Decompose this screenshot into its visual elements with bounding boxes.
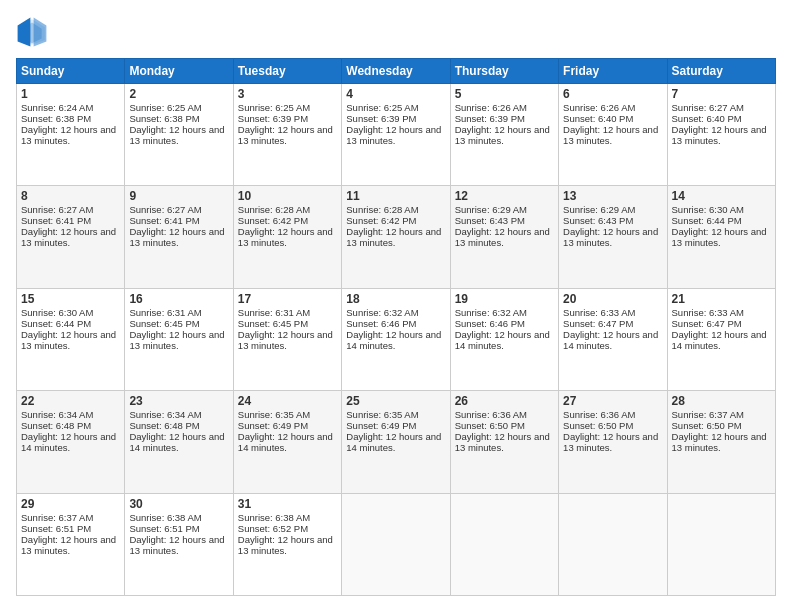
day-number: 26	[455, 394, 554, 408]
calendar-cell: 8Sunrise: 6:27 AMSunset: 6:41 PMDaylight…	[17, 186, 125, 288]
calendar-body: 1Sunrise: 6:24 AMSunset: 6:38 PMDaylight…	[17, 84, 776, 596]
daylight: Daylight: 12 hours and 14 minutes.	[346, 431, 441, 453]
daylight: Daylight: 12 hours and 13 minutes.	[346, 226, 441, 248]
calendar-cell: 5Sunrise: 6:26 AMSunset: 6:39 PMDaylight…	[450, 84, 558, 186]
calendar-cell: 16Sunrise: 6:31 AMSunset: 6:45 PMDayligh…	[125, 288, 233, 390]
day-number: 6	[563, 87, 662, 101]
sunset: Sunset: 6:44 PM	[21, 318, 91, 329]
sunrise: Sunrise: 6:38 AM	[129, 512, 201, 523]
daylight: Daylight: 12 hours and 13 minutes.	[672, 124, 767, 146]
sunset: Sunset: 6:43 PM	[455, 215, 525, 226]
day-header-tuesday: Tuesday	[233, 59, 341, 84]
calendar-week-5: 29Sunrise: 6:37 AMSunset: 6:51 PMDayligh…	[17, 493, 776, 595]
calendar-cell: 21Sunrise: 6:33 AMSunset: 6:47 PMDayligh…	[667, 288, 775, 390]
calendar-cell: 26Sunrise: 6:36 AMSunset: 6:50 PMDayligh…	[450, 391, 558, 493]
sunset: Sunset: 6:46 PM	[455, 318, 525, 329]
calendar-cell: 17Sunrise: 6:31 AMSunset: 6:45 PMDayligh…	[233, 288, 341, 390]
daylight: Daylight: 12 hours and 14 minutes.	[129, 431, 224, 453]
sunrise: Sunrise: 6:29 AM	[563, 204, 635, 215]
daylight: Daylight: 12 hours and 13 minutes.	[21, 226, 116, 248]
sunrise: Sunrise: 6:25 AM	[238, 102, 310, 113]
calendar-week-3: 15Sunrise: 6:30 AMSunset: 6:44 PMDayligh…	[17, 288, 776, 390]
sunset: Sunset: 6:40 PM	[672, 113, 742, 124]
sunset: Sunset: 6:50 PM	[455, 420, 525, 431]
sunset: Sunset: 6:47 PM	[672, 318, 742, 329]
day-header-wednesday: Wednesday	[342, 59, 450, 84]
calendar-cell: 30Sunrise: 6:38 AMSunset: 6:51 PMDayligh…	[125, 493, 233, 595]
sunset: Sunset: 6:48 PM	[21, 420, 91, 431]
calendar-cell: 13Sunrise: 6:29 AMSunset: 6:43 PMDayligh…	[559, 186, 667, 288]
calendar-cell	[559, 493, 667, 595]
sunrise: Sunrise: 6:26 AM	[455, 102, 527, 113]
sunset: Sunset: 6:51 PM	[129, 523, 199, 534]
day-number: 12	[455, 189, 554, 203]
calendar-cell: 25Sunrise: 6:35 AMSunset: 6:49 PMDayligh…	[342, 391, 450, 493]
calendar-cell: 20Sunrise: 6:33 AMSunset: 6:47 PMDayligh…	[559, 288, 667, 390]
day-number: 20	[563, 292, 662, 306]
sunset: Sunset: 6:51 PM	[21, 523, 91, 534]
sunrise: Sunrise: 6:35 AM	[238, 409, 310, 420]
sunrise: Sunrise: 6:36 AM	[563, 409, 635, 420]
sunset: Sunset: 6:39 PM	[346, 113, 416, 124]
daylight: Daylight: 12 hours and 13 minutes.	[129, 226, 224, 248]
daylight: Daylight: 12 hours and 13 minutes.	[129, 329, 224, 351]
sunrise: Sunrise: 6:31 AM	[129, 307, 201, 318]
sunrise: Sunrise: 6:24 AM	[21, 102, 93, 113]
calendar-cell: 23Sunrise: 6:34 AMSunset: 6:48 PMDayligh…	[125, 391, 233, 493]
daylight: Daylight: 12 hours and 13 minutes.	[672, 431, 767, 453]
calendar-cell: 15Sunrise: 6:30 AMSunset: 6:44 PMDayligh…	[17, 288, 125, 390]
sunset: Sunset: 6:41 PM	[21, 215, 91, 226]
daylight: Daylight: 12 hours and 13 minutes.	[21, 534, 116, 556]
sunset: Sunset: 6:52 PM	[238, 523, 308, 534]
calendar-cell	[342, 493, 450, 595]
calendar-cell: 10Sunrise: 6:28 AMSunset: 6:42 PMDayligh…	[233, 186, 341, 288]
sunrise: Sunrise: 6:30 AM	[21, 307, 93, 318]
calendar-cell	[667, 493, 775, 595]
day-number: 29	[21, 497, 120, 511]
daylight: Daylight: 12 hours and 13 minutes.	[563, 431, 658, 453]
sunrise: Sunrise: 6:27 AM	[21, 204, 93, 215]
calendar-week-4: 22Sunrise: 6:34 AMSunset: 6:48 PMDayligh…	[17, 391, 776, 493]
sunrise: Sunrise: 6:27 AM	[672, 102, 744, 113]
calendar-cell: 18Sunrise: 6:32 AMSunset: 6:46 PMDayligh…	[342, 288, 450, 390]
sunset: Sunset: 6:41 PM	[129, 215, 199, 226]
sunrise: Sunrise: 6:28 AM	[346, 204, 418, 215]
calendar-cell: 31Sunrise: 6:38 AMSunset: 6:52 PMDayligh…	[233, 493, 341, 595]
calendar-cell: 28Sunrise: 6:37 AMSunset: 6:50 PMDayligh…	[667, 391, 775, 493]
sunset: Sunset: 6:38 PM	[21, 113, 91, 124]
sunrise: Sunrise: 6:37 AM	[672, 409, 744, 420]
daylight: Daylight: 12 hours and 13 minutes.	[563, 226, 658, 248]
day-number: 31	[238, 497, 337, 511]
sunrise: Sunrise: 6:36 AM	[455, 409, 527, 420]
sunset: Sunset: 6:49 PM	[346, 420, 416, 431]
sunrise: Sunrise: 6:34 AM	[21, 409, 93, 420]
calendar-table: SundayMondayTuesdayWednesdayThursdayFrid…	[16, 58, 776, 596]
header	[16, 16, 776, 48]
sunrise: Sunrise: 6:32 AM	[455, 307, 527, 318]
day-number: 25	[346, 394, 445, 408]
sunset: Sunset: 6:50 PM	[672, 420, 742, 431]
sunset: Sunset: 6:39 PM	[455, 113, 525, 124]
daylight: Daylight: 12 hours and 13 minutes.	[672, 226, 767, 248]
calendar-cell: 4Sunrise: 6:25 AMSunset: 6:39 PMDaylight…	[342, 84, 450, 186]
daylight: Daylight: 12 hours and 14 minutes.	[455, 329, 550, 351]
calendar-cell: 2Sunrise: 6:25 AMSunset: 6:38 PMDaylight…	[125, 84, 233, 186]
day-number: 14	[672, 189, 771, 203]
calendar-cell: 3Sunrise: 6:25 AMSunset: 6:39 PMDaylight…	[233, 84, 341, 186]
calendar-cell: 14Sunrise: 6:30 AMSunset: 6:44 PMDayligh…	[667, 186, 775, 288]
daylight: Daylight: 12 hours and 13 minutes.	[238, 534, 333, 556]
day-number: 2	[129, 87, 228, 101]
calendar-cell: 7Sunrise: 6:27 AMSunset: 6:40 PMDaylight…	[667, 84, 775, 186]
sunset: Sunset: 6:49 PM	[238, 420, 308, 431]
sunset: Sunset: 6:48 PM	[129, 420, 199, 431]
day-number: 17	[238, 292, 337, 306]
daylight: Daylight: 12 hours and 13 minutes.	[563, 124, 658, 146]
daylight: Daylight: 12 hours and 13 minutes.	[346, 124, 441, 146]
daylight: Daylight: 12 hours and 13 minutes.	[129, 534, 224, 556]
daylight: Daylight: 12 hours and 13 minutes.	[455, 431, 550, 453]
day-number: 7	[672, 87, 771, 101]
sunrise: Sunrise: 6:35 AM	[346, 409, 418, 420]
daylight: Daylight: 12 hours and 13 minutes.	[455, 124, 550, 146]
sunset: Sunset: 6:45 PM	[129, 318, 199, 329]
calendar-cell: 9Sunrise: 6:27 AMSunset: 6:41 PMDaylight…	[125, 186, 233, 288]
